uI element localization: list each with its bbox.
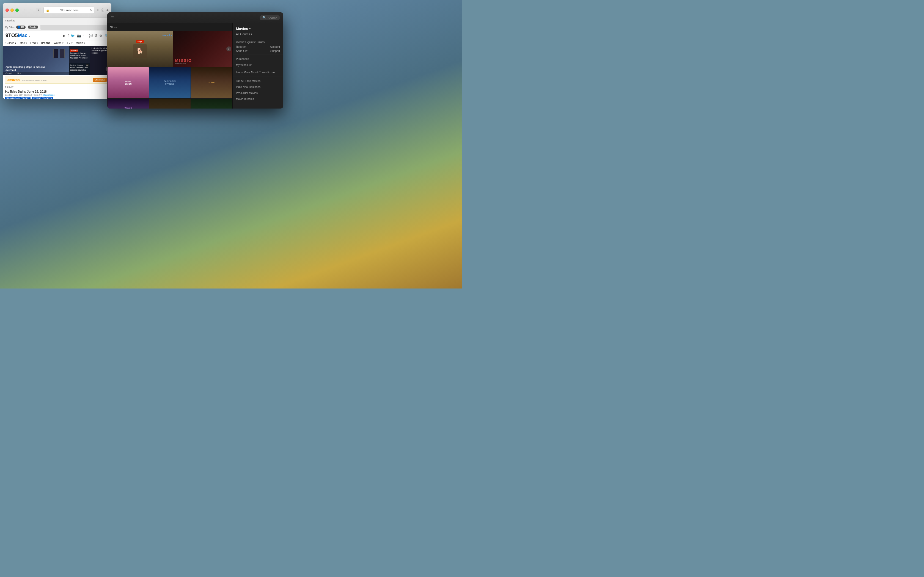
share-button[interactable]: ⬆ [97, 8, 99, 13]
article-meta: Zac Hall Jun. 29th 2018 12:46 pm PT @apo… [5, 94, 109, 96]
amazon-ad[interactable]: amazon Free shipping on millions of item… [5, 76, 109, 84]
tag-daily[interactable]: 9TO5MAC DAILY PODCAST [5, 97, 31, 99]
reader-button[interactable]: Reader [28, 26, 38, 29]
minimize-button[interactable] [10, 8, 14, 12]
hamburger-menu[interactable]: ☰ [111, 16, 114, 20]
love-simon-label: LOVE,SIMON [125, 80, 132, 85]
send-gift-link[interactable]: Send Gift [236, 50, 247, 53]
itunes-window: ☰ 🔍 Search Store [107, 12, 283, 108]
site-nav: Guides ▾ Mac ▾ iPad ▾ iPhone Watch ▾ TV … [3, 40, 111, 46]
add-tab-button[interactable]: + [107, 8, 108, 12]
favorites-label: Favorites [5, 19, 15, 22]
poster-unknown2[interactable] [191, 98, 232, 108]
dogs-badge: Dogs [136, 40, 144, 43]
poster-pacific-rim[interactable]: PACIFIC RIMUPRISING Pacific Rim: Uprisin… [149, 67, 190, 98]
poster-tomb-raider[interactable]: TOMB Tomb Raider (2018) [191, 67, 232, 98]
dollar-icon[interactable]: $ [95, 34, 97, 38]
poster-mission[interactable]: MISSIO Five-Movie B › [173, 31, 233, 67]
wish-list-link[interactable]: My Wish List [236, 63, 252, 66]
purchased-link[interactable]: Purchased [236, 57, 249, 60]
poster-love-simon[interactable]: LOVE,SIMON Love, Simon [108, 67, 149, 98]
pacific-rim-label: PACIFIC RIMUPRISING [164, 80, 176, 85]
site-icons: ▶ f 🐦 📷 ⋯ 💬 $ ⚙ 🔍 [63, 34, 108, 38]
nav-watch[interactable]: Watch ▾ [53, 42, 63, 45]
logo-mac: Mac [18, 33, 27, 38]
all-genres-label: All Genres [236, 32, 250, 36]
settings-icon[interactable]: ⚙ [99, 34, 102, 38]
poster-unknown1[interactable] [149, 98, 190, 108]
mission-subtitle: Five-Movie B [175, 63, 186, 64]
twitter-handle[interactable]: @apollozac [43, 94, 55, 96]
bundles-link[interactable]: Movie Bundles [236, 98, 254, 101]
nav-music[interactable]: Music ▾ [76, 42, 85, 45]
author-name: Zac Hall [5, 94, 13, 96]
hero-headline: Apple rebuilding Maps in massive overhau… [5, 66, 55, 72]
nav-iphone[interactable]: iPhone [41, 42, 50, 45]
maximize-button[interactable] [15, 8, 19, 12]
instagram-icon[interactable]: 📷 [77, 34, 81, 38]
sidebar-row-top-alltime: Top All-Time Movies [233, 77, 283, 84]
address-bar[interactable]: 🔒 9to5mac.com ↻ [44, 6, 94, 14]
sidebar-row-gift: Send Gift Support [233, 49, 283, 53]
nav-ipad[interactable]: iPad ▾ [30, 42, 38, 45]
4k-badge: 4K [86, 64, 89, 66]
hero-card-1[interactable]: 9to5Mac Compared: Huawei MateBook X Pro … [69, 46, 90, 63]
article-tags: 9TO5MAC DAILY PODCAST 9TO5MAC PODCASTS [5, 97, 109, 99]
tag-podcasts[interactable]: 9TO5MAC PODCASTS [32, 97, 53, 99]
forward-button[interactable]: › [28, 7, 34, 13]
label-current: Current [5, 72, 12, 74]
article-date: Jun. 29th 2018 12:46 pm PT [14, 94, 42, 96]
site-logo: 9TO5Mac ▾ [5, 33, 30, 39]
label-new: New [17, 72, 21, 74]
amazon-logo: amazon [7, 78, 20, 82]
redeem-link[interactable]: Redeem [236, 45, 246, 48]
itunes-search-box[interactable]: 🔍 Search [260, 15, 280, 20]
tab-overview-button[interactable]: ⊞ [36, 8, 41, 13]
more-icon[interactable]: ⋯ [83, 34, 87, 38]
nav-tv[interactable]: TV ▾ [67, 42, 73, 45]
info-button[interactable]: ⓘ [101, 8, 104, 13]
logo-dropdown-arrow[interactable]: ▾ [29, 35, 30, 38]
itunes-sidebar: Movies ▾ All Genres ▾ MOVIES QUICK LINKS… [233, 23, 283, 108]
hero-headline-area: Apple rebuilding Maps in massive overhau… [5, 66, 55, 72]
mission-title: MISSIO [175, 58, 192, 63]
hero-card-3[interactable]: Review: Sonos Beam, the smart and compac… [69, 63, 90, 75]
movies-dropdown-arrow[interactable]: ▾ [249, 27, 250, 30]
next-arrow[interactable]: › [226, 47, 231, 52]
safari-content: 9TO5Mac ▾ ▶ f 🐦 📷 ⋯ 💬 $ ⚙ 🔍 Guides ▾ [3, 31, 111, 99]
indie-link[interactable]: Indie New Releases [236, 85, 260, 89]
shop-now-button[interactable]: Shop Now [93, 78, 107, 82]
store-button[interactable]: Store [110, 26, 117, 29]
card-1-title: Compared: Huawei MateBook X Pro vs MacBo… [70, 52, 89, 59]
sidebar-divider-4 [233, 76, 283, 76]
article-title[interactable]: 9to5Mac Daily: June 29, 2018 [5, 90, 109, 93]
today-label: TODAY [5, 86, 109, 89]
logo-text: 9TO5 [5, 33, 18, 38]
hero-main[interactable]: Apple rebuilding Maps in massive overhau… [3, 46, 69, 75]
safari-titlebar: ‹ › ⊞ 🔒 9to5mac.com ↻ ⬆ ⓘ + [3, 3, 111, 18]
all-genres[interactable]: All Genres ▾ [233, 32, 283, 36]
chat-icon[interactable]: 💬 [89, 34, 93, 38]
account-link[interactable]: Account [270, 45, 280, 48]
twitter-icon[interactable]: 🐦 [71, 34, 75, 38]
nav-guides[interactable]: Guides ▾ [5, 42, 16, 45]
learn-more-link[interactable]: Learn More About iTunes Extras [236, 71, 280, 74]
top-featured-section: Dogs 🐕 MISSIO Five-Movie B [107, 31, 233, 67]
sidebar-row-wishlist: My Wish List [233, 61, 283, 68]
movies-label: Movies [236, 27, 248, 31]
facebook-icon[interactable]: f [68, 34, 68, 38]
site-header: 9TO5Mac ▾ ▶ f 🐦 📷 ⋯ 💬 $ ⚙ 🔍 [3, 31, 111, 40]
my-sites-label[interactable]: My Sites [5, 26, 15, 29]
support-link[interactable]: Support [270, 50, 280, 53]
back-button[interactable]: ‹ [21, 7, 27, 13]
safari-window: ‹ › ⊞ 🔒 9to5mac.com ↻ ⬆ ⓘ + Favorites My… [3, 3, 111, 99]
nav-mac[interactable]: Mac ▾ [19, 42, 27, 45]
see-all-button[interactable]: See All > [162, 34, 172, 37]
sidebar-divider-1 [233, 38, 283, 38]
close-button[interactable] [5, 8, 9, 12]
hero-section: Apple rebuilding Maps in massive overhau… [3, 46, 111, 75]
pre-order-link[interactable]: Pre-Order Movies [236, 92, 258, 95]
youtube-icon[interactable]: ▶ [63, 34, 65, 38]
top-alltime-link[interactable]: Top All-Time Movies [236, 79, 260, 82]
poster-woman-walks[interactable]: WOMANWALKS AHEAD [108, 98, 149, 108]
